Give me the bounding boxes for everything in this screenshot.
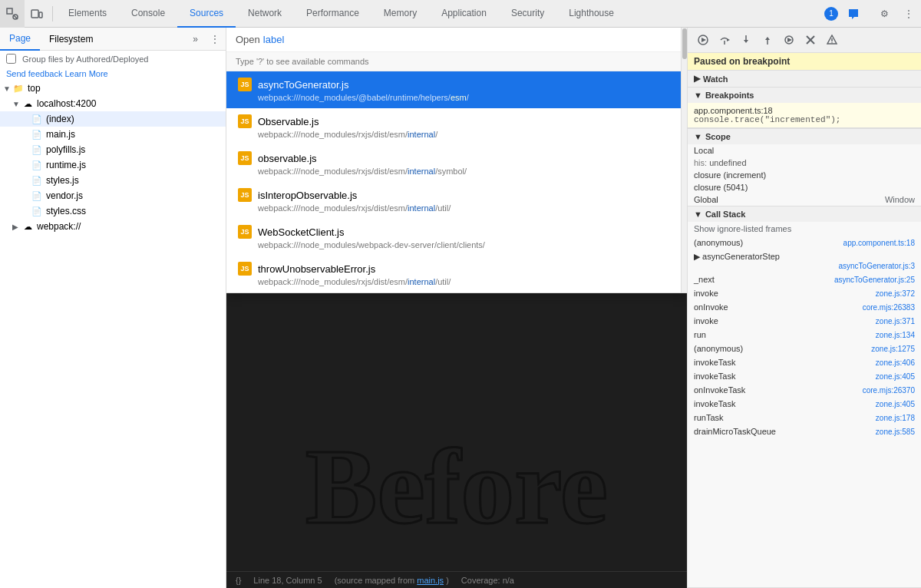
group-files-checkbox[interactable] bbox=[6, 54, 16, 64]
tab-sources[interactable]: Sources bbox=[177, 0, 236, 28]
scope-closure-increment[interactable]: closure (increment) bbox=[688, 169, 921, 181]
file-result-0-header: JS asyncToGenerator.js bbox=[238, 78, 678, 91]
format-button[interactable]: {} bbox=[236, 576, 241, 585]
send-feedback-link[interactable]: Send feedback bbox=[6, 69, 62, 78]
folder-icon: 📁 bbox=[12, 82, 25, 94]
file-result-5-path: webpack:///node_modules/rxjs/dist/esm/in… bbox=[258, 277, 678, 286]
file-result-5[interactable]: JS throwUnobservableError.js webpack:///… bbox=[226, 256, 687, 292]
stack-item-6[interactable]: run zone.js:134 bbox=[688, 328, 921, 342]
dialog-scroll-thumb bbox=[682, 28, 687, 59]
stack-item-13[interactable]: drainMicroTaskQueue zone.js:585 bbox=[688, 424, 921, 438]
device-toggle-icon[interactable] bbox=[25, 0, 49, 28]
learn-more-link[interactable]: Learn More bbox=[64, 69, 107, 78]
file-result-2[interactable]: JS observable.js webpack:///node_modules… bbox=[226, 145, 687, 182]
stack-item-12[interactable]: runTask zone.js:178 bbox=[688, 411, 921, 424]
file-result-3[interactable]: JS isInteropObservable.js webpack:///nod… bbox=[226, 182, 687, 219]
tree-arrow-top: ▼ bbox=[3, 84, 12, 93]
dialog-scrollbar[interactable] bbox=[681, 28, 687, 292]
toolbar-right: 1 ⚙ ⋮ bbox=[824, 0, 921, 28]
file-icon-vendor: 📄 bbox=[31, 190, 43, 202]
tree-item-main[interactable]: 📄 main.js bbox=[0, 127, 226, 142]
svg-rect-0 bbox=[7, 8, 12, 14]
more-icon[interactable]: ⋮ bbox=[896, 0, 921, 28]
file-result-4[interactable]: JS WebSocketClient.js webpack:///node_mo… bbox=[226, 219, 687, 256]
file-result-1-name: Observable.js bbox=[258, 116, 319, 127]
tree-item-stylescss[interactable]: 📄 styles.css bbox=[0, 203, 226, 219]
source-map-info: (source mapped from main.js ) bbox=[335, 576, 449, 585]
call-stack-header[interactable]: ▼ Call Stack bbox=[688, 206, 921, 222]
file-result-0[interactable]: JS asyncToGenerator.js webpack:///node_m… bbox=[226, 71, 687, 108]
file-icon-stylesjs: 📄 bbox=[31, 174, 43, 187]
notification-area: 1 bbox=[824, 0, 866, 28]
tree-item-polyfills[interactable]: 📄 polyfills.js bbox=[0, 142, 226, 157]
tree-item-index[interactable]: 📄 (index) bbox=[0, 111, 226, 127]
watch-header[interactable]: ▶ Watch bbox=[688, 71, 921, 87]
step-over-button[interactable] bbox=[715, 31, 734, 49]
source-map-link[interactable]: main.js bbox=[417, 576, 444, 585]
panel-more-icon[interactable]: » bbox=[187, 34, 204, 45]
stack-item-3[interactable]: invoke zone.js:372 bbox=[688, 286, 921, 300]
step-button[interactable] bbox=[780, 31, 798, 49]
file-result-2-path: webpack:///node_modules/rxjs/dist/esm/in… bbox=[258, 167, 678, 176]
inspect-icon[interactable] bbox=[0, 0, 25, 28]
svg-rect-3 bbox=[39, 12, 42, 18]
tab-console[interactable]: Console bbox=[119, 0, 177, 28]
tree-item-runtime[interactable]: 📄 runtime.js bbox=[0, 157, 226, 173]
chat-icon[interactable] bbox=[841, 0, 866, 28]
tab-performance[interactable]: Performance bbox=[294, 0, 371, 28]
svg-marker-13 bbox=[787, 38, 792, 42]
pause-on-exception-button[interactable] bbox=[823, 31, 841, 49]
file-result-1-path: webpack:///node_modules/rxjs/dist/esm/in… bbox=[258, 130, 678, 139]
step-out-button[interactable] bbox=[758, 31, 777, 49]
stack-item-asyncgen[interactable]: ▶ asyncGeneratorStep asyncToGenerator.js… bbox=[688, 249, 921, 273]
scope-global[interactable]: Global Window bbox=[688, 193, 921, 206]
tab-memory[interactable]: Memory bbox=[371, 0, 429, 28]
stack-item-5[interactable]: invoke zone.js:371 bbox=[688, 314, 921, 328]
stack-item-10[interactable]: onInvokeTask core.mjs:26370 bbox=[688, 383, 921, 397]
file-result-5-icon: JS bbox=[238, 262, 252, 276]
file-icon-runtime: 📄 bbox=[31, 159, 43, 171]
stack-item-11[interactable]: invokeTask zone.js:405 bbox=[688, 397, 921, 411]
tab-page[interactable]: Page bbox=[0, 28, 40, 51]
scope-closure-5041[interactable]: closure (5041) bbox=[688, 181, 921, 193]
file-result-1[interactable]: JS Observable.js webpack:///node_modules… bbox=[226, 108, 687, 145]
file-result-5-name: throwUnobservableError.js bbox=[258, 263, 375, 275]
tab-filesystem[interactable]: Filesystem bbox=[40, 28, 102, 51]
notification-badge[interactable]: 1 bbox=[824, 7, 838, 21]
tab-network[interactable]: Network bbox=[236, 0, 294, 28]
file-result-0-icon: JS bbox=[238, 78, 252, 91]
tab-elements[interactable]: Elements bbox=[56, 0, 119, 28]
step-into-button[interactable] bbox=[737, 31, 755, 49]
stack-item-7[interactable]: (anonymous) zone.js:1275 bbox=[688, 342, 921, 355]
settings-icon[interactable]: ⚙ bbox=[872, 0, 896, 28]
stack-item-4[interactable]: onInvoke core.mjs:26383 bbox=[688, 300, 921, 314]
stack-item-0[interactable]: (anonymous) app.component.ts:18 bbox=[688, 236, 921, 249]
stack-item-8[interactable]: invokeTask zone.js:406 bbox=[688, 355, 921, 369]
stack-item-9[interactable]: invokeTask zone.js:405 bbox=[688, 369, 921, 383]
group-files-header: Group files by Authored/Deployed bbox=[0, 51, 226, 67]
stack-item-2[interactable]: _next asyncToGenerator.js:25 bbox=[688, 273, 921, 286]
before-text: Before bbox=[226, 433, 687, 540]
main-content: Page Filesystem » ⋮ Group files by Autho… bbox=[0, 28, 921, 588]
deactivate-breakpoints-button[interactable] bbox=[801, 31, 820, 49]
scope-header[interactable]: ▼ Scope bbox=[688, 129, 921, 144]
breakpoint-item[interactable]: app.component.ts:18 console.trace("incre… bbox=[688, 103, 921, 128]
tree-item-webpack[interactable]: ▶ ☁ webpack:// bbox=[0, 219, 226, 234]
file-tree: ▼ 📁 top ▼ ☁ localhost:4200 📄 (index) bbox=[0, 81, 226, 588]
tree-item-localhost[interactable]: ▼ ☁ localhost:4200 bbox=[0, 96, 226, 111]
tab-lighthouse[interactable]: Lighthouse bbox=[556, 0, 626, 28]
tab-application[interactable]: Application bbox=[429, 0, 499, 28]
tree-item-vendor[interactable]: 📄 vendor.js bbox=[0, 188, 226, 203]
webpack-icon: ☁ bbox=[21, 220, 34, 233]
scope-local[interactable]: Local bbox=[688, 144, 921, 157]
breakpoints-header[interactable]: ▼ Breakpoints bbox=[688, 88, 921, 103]
panel-options-icon[interactable]: ⋮ bbox=[204, 34, 226, 45]
show-ignored-frames[interactable]: Show ignore-listed frames bbox=[688, 222, 921, 236]
tree-item-stylesjs[interactable]: 📄 styles.js bbox=[0, 173, 226, 188]
resume-button[interactable] bbox=[694, 31, 712, 49]
tree-item-top[interactable]: ▼ 📁 top bbox=[0, 81, 226, 96]
server-icon: ☁ bbox=[21, 97, 34, 110]
open-file-input[interactable] bbox=[284, 34, 286, 45]
scope-this[interactable]: his: undefined bbox=[688, 157, 921, 169]
tab-security[interactable]: Security bbox=[499, 0, 556, 28]
